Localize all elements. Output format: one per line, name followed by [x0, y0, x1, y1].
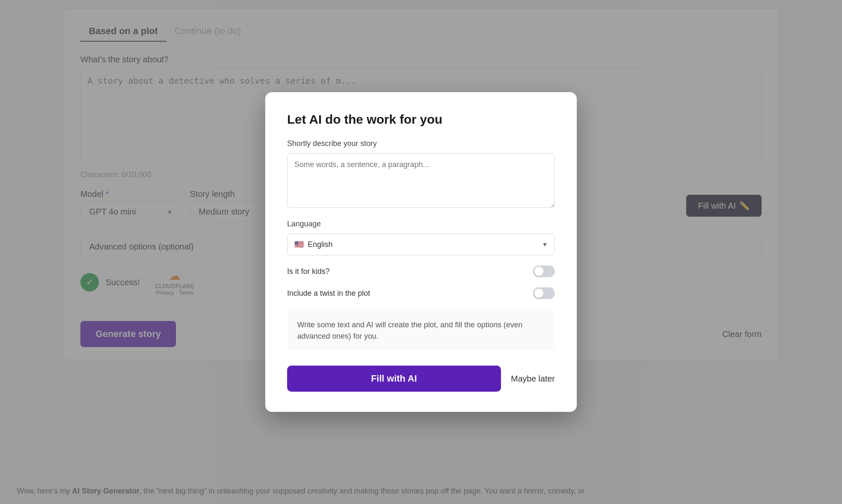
kids-toggle[interactable] — [533, 265, 555, 277]
language-label: Language — [287, 220, 555, 228]
kids-toggle-label: Is it for kids? — [287, 267, 330, 276]
twist-toggle-label: Include a twist in the plot — [287, 289, 370, 298]
ai-modal: Let AI do the work for you Shortly descr… — [265, 92, 577, 412]
modal-overlay[interactable]: Let AI do the work for you Shortly descr… — [0, 0, 842, 504]
language-select[interactable]: 🇺🇸 English ▼ — [287, 233, 555, 255]
modal-title: Let AI do the work for you — [287, 112, 555, 127]
twist-toggle-knob — [534, 289, 544, 298]
hint-box: Write some text and AI will create the p… — [287, 311, 555, 350]
twist-toggle[interactable] — [533, 287, 555, 299]
fill-with-ai-button[interactable]: Fill with AI — [287, 366, 501, 392]
maybe-later-button[interactable]: Maybe later — [511, 374, 555, 384]
twist-toggle-row: Include a twist in the plot — [287, 287, 555, 299]
language-select-wrapper: 🇺🇸 English ▼ — [287, 233, 555, 255]
language-value: English — [308, 240, 333, 249]
hint-text: Write some text and AI will create the p… — [297, 321, 522, 340]
kids-toggle-row: Is it for kids? — [287, 265, 555, 277]
language-flag: 🇺🇸 — [294, 240, 304, 249]
story-description-input[interactable] — [287, 153, 555, 208]
modal-actions: Fill with AI Maybe later — [287, 366, 555, 392]
kids-toggle-knob — [534, 267, 544, 276]
description-label: Shortly describe your story — [287, 139, 555, 148]
language-dropdown-arrow: ▼ — [542, 241, 548, 248]
